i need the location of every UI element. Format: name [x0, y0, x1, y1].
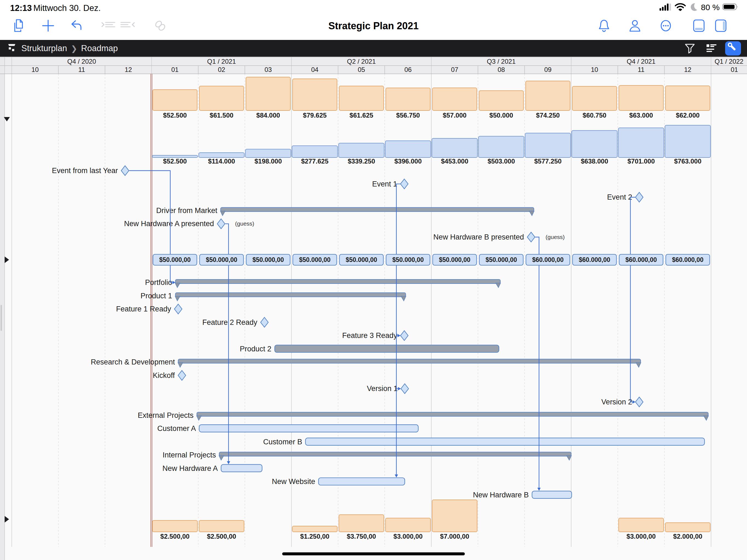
monthly-cost-bar[interactable]	[433, 88, 477, 110]
row-label-feature-2-ready: Feature 2 Ready	[202, 318, 258, 327]
bottom-cost-bar[interactable]	[432, 500, 478, 532]
gantt-bar-customer-b[interactable]	[305, 438, 704, 446]
month-label: 12	[684, 66, 692, 73]
bottom-cost-bar[interactable]	[339, 515, 384, 532]
bottom-cost-bar[interactable]	[386, 518, 431, 532]
cumulative-cost-bar[interactable]	[572, 130, 617, 157]
scroll-indicator[interactable]	[1, 305, 2, 331]
row-label-product-1: Product 1	[140, 292, 172, 300]
bottom-cost-value-label: $7.000,00	[440, 533, 469, 540]
monthly-cost-bar[interactable]	[153, 90, 198, 110]
monthly-cost-bar[interactable]	[339, 86, 384, 110]
cumulative-cost-value-label: $503.000	[488, 157, 515, 165]
cumulative-cost-value-label: $339.250	[348, 157, 375, 165]
bottom-cost-bar[interactable]	[665, 523, 711, 532]
row-label-version-1: Version 1	[367, 384, 398, 393]
month-label: 10	[591, 66, 598, 73]
quarter-label: Q4 / 2020	[67, 58, 96, 65]
monthly-cost-value-label: $61.500	[210, 111, 233, 119]
guess-label: (guess)	[545, 234, 565, 240]
monthly-cost-bar[interactable]	[479, 91, 524, 110]
budget-cell-label: $50.000,00	[345, 256, 377, 263]
row-label-feature-1-ready: Feature 1 Ready	[116, 305, 172, 313]
monthly-cost-bar[interactable]	[386, 88, 430, 110]
cumulative-cost-value-label: $114.000	[208, 157, 235, 165]
monthly-cost-bar[interactable]	[666, 86, 710, 110]
cumulative-cost-value-label: $763.000	[674, 157, 701, 165]
month-label: 01	[730, 66, 738, 73]
row-label-new-hardware-b-presented: New Hardware B presented	[433, 233, 524, 241]
row-label-new-hardware-a: New Hardware A	[162, 464, 218, 473]
row-label-event-from-last-year: Event from last Year	[52, 167, 118, 175]
cumulative-cost-value-label: $396.000	[394, 157, 422, 165]
gantt-bar-product-2[interactable]	[275, 345, 499, 353]
monthly-cost-value-label: $62.000	[676, 111, 700, 119]
cumulative-cost-bar[interactable]	[618, 128, 664, 157]
monthly-cost-value-label: $84.000	[256, 111, 280, 119]
monthly-cost-bar[interactable]	[526, 81, 570, 110]
row-label-internal-projects: Internal Projects	[163, 451, 216, 459]
monthly-cost-value-label: $63.000	[629, 111, 653, 119]
month-label: 06	[404, 66, 412, 73]
cumulative-cost-bar[interactable]	[479, 136, 524, 157]
row-label-driver-from-market: Driver from Market	[156, 206, 217, 215]
month-label: 01	[171, 66, 179, 73]
month-label: 02	[218, 66, 225, 73]
budget-cell-label: $60.000,00	[672, 256, 703, 263]
budget-cell-label: $60.000,00	[579, 256, 610, 263]
quarter-label: Q3 / 2021	[487, 58, 516, 65]
gantt-bar-driver-from-market[interactable]	[221, 207, 534, 212]
cumulative-cost-value-label: $52.500	[163, 157, 187, 165]
row-label-new-hardware-b: New Hardware B	[473, 491, 529, 499]
row-label-portfolio: Portfolio	[145, 278, 172, 286]
monthly-cost-value-label: $57.000	[443, 111, 466, 119]
bottom-cost-value-label: $3.000,00	[393, 533, 423, 540]
gantt-bar-internal-projects[interactable]	[219, 452, 571, 456]
row-label-feature-3-ready: Feature 3 Ready	[342, 331, 397, 339]
gantt-bar-new-hardware-a[interactable]	[221, 464, 262, 472]
bottom-cost-bar[interactable]	[199, 520, 244, 532]
monthly-cost-value-label: $50.000	[489, 111, 513, 119]
budget-cell-label: $50.000,00	[299, 256, 331, 263]
row-label-product-2: Product 2	[240, 345, 272, 353]
cumulative-cost-bar[interactable]	[152, 155, 198, 157]
home-indicator[interactable]	[282, 552, 465, 555]
gantt-bar-customer-a[interactable]	[199, 425, 418, 432]
bottom-cost-value-label: $2.500,00	[207, 533, 236, 540]
month-label: 11	[638, 66, 644, 73]
cumulative-cost-bar[interactable]	[665, 125, 711, 157]
gantt-bar-new-hardware-b[interactable]	[532, 491, 572, 499]
cumulative-cost-bar[interactable]	[339, 143, 384, 157]
cumulative-cost-bar[interactable]	[246, 149, 291, 157]
cumulative-cost-bar[interactable]	[432, 138, 478, 157]
month-label: 08	[498, 66, 505, 73]
cumulative-cost-value-label: $277.625	[301, 157, 328, 165]
monthly-cost-bar[interactable]	[292, 79, 337, 110]
cumulative-cost-bar[interactable]	[199, 153, 244, 157]
budget-cell-label: $50.000,00	[206, 256, 237, 263]
monthly-cost-bar[interactable]	[619, 85, 664, 111]
bottom-cost-bar[interactable]	[292, 526, 337, 532]
row-label-event-2: Event 2	[607, 193, 632, 201]
cumulative-cost-bar[interactable]	[525, 133, 571, 157]
quarter-label: Q1 / 2021	[207, 58, 236, 65]
gantt-bar-research-development[interactable]	[178, 359, 641, 363]
budget-cell-label: $60.000,00	[625, 256, 657, 263]
gantt-bar-portfolio[interactable]	[175, 279, 500, 284]
row-label-research-development: Research & Development	[91, 358, 175, 366]
bottom-cost-bar[interactable]	[153, 520, 198, 532]
cumulative-cost-bar[interactable]	[385, 141, 431, 157]
cumulative-cost-bar[interactable]	[292, 146, 338, 157]
budget-cell-label: $50.000,00	[486, 256, 517, 263]
row-label-customer-b: Customer B	[263, 438, 302, 446]
gantt-bar-product-1[interactable]	[175, 293, 406, 297]
bottom-cost-bar[interactable]	[619, 518, 664, 532]
gantt-bar-new-website[interactable]	[318, 478, 405, 485]
bottom-cost-value-label: $1.250,00	[300, 533, 330, 540]
monthly-cost-bar[interactable]	[572, 86, 617, 110]
row-label-version-2: Version 2	[601, 398, 632, 406]
monthly-cost-bar[interactable]	[199, 86, 244, 110]
monthly-cost-bar[interactable]	[246, 77, 291, 110]
gantt-bar-external-projects[interactable]	[197, 412, 708, 416]
quarter-label: Q2 / 2021	[347, 58, 376, 65]
